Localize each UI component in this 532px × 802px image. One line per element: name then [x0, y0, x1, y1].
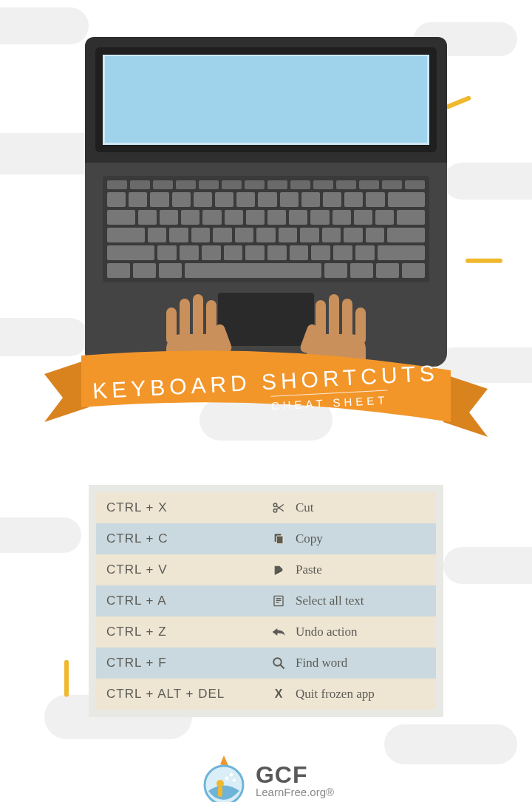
table-row: CTRL + V Paste [96, 554, 436, 585]
shortcut-label: Copy [296, 531, 323, 546]
table-row: CTRL + F Find word [96, 648, 436, 679]
select-all-icon [270, 593, 287, 609]
shortcut-keys: CTRL + C [96, 531, 270, 546]
scissors-icon [270, 500, 287, 516]
shortcut-label: Quit frozen app [296, 687, 375, 701]
svg-point-22 [273, 658, 282, 666]
svg-rect-17 [276, 536, 283, 544]
find-icon [270, 655, 287, 671]
svg-point-13 [273, 509, 277, 513]
table-row: CTRL + C Copy [96, 523, 436, 554]
svg-rect-26 [218, 786, 222, 797]
table-row: CTRL + A Select all text [96, 585, 436, 616]
table-row: CTRL + ALT + DEL X Quit frozen app [96, 679, 436, 710]
shortcut-keys: CTRL + V [96, 563, 270, 577]
shortcut-label: Undo action [296, 625, 358, 639]
shortcuts-table: CTRL + X Cut CTRL + C Copy CTRL + V Past… [89, 485, 443, 717]
footer-logo: GCF LearnFree.org® [0, 754, 532, 802]
logo-primary-text: GCF [256, 763, 334, 786]
shortcut-keys: CTRL + Z [96, 625, 270, 639]
quit-icon: X [270, 686, 287, 702]
table-row: CTRL + X Cut [96, 492, 436, 523]
undo-icon [270, 624, 287, 640]
svg-line-23 [280, 665, 284, 668]
table-row: CTRL + Z Undo action [96, 616, 436, 648]
gcf-logo-mark [198, 754, 250, 802]
ribbon-banner: KEYBOARD SHORTCUTS CHEAT SHEET [37, 337, 495, 441]
svg-point-12 [273, 503, 277, 507]
shortcut-label: Find word [296, 656, 347, 670]
logo-secondary-text: LearnFree.org® [256, 786, 334, 798]
shortcut-label: Paste [296, 563, 322, 577]
keyboard-illustration [103, 176, 429, 282]
svg-point-25 [216, 780, 224, 787]
shortcut-keys: CTRL + ALT + DEL [96, 687, 270, 701]
shortcut-keys: CTRL + X [96, 500, 270, 515]
shortcut-keys: CTRL + A [96, 594, 270, 608]
shortcut-label: Select all text [296, 594, 364, 608]
laptop-illustration [85, 37, 447, 367]
paste-icon [270, 562, 287, 578]
copy-icon [270, 531, 287, 547]
shortcut-keys: CTRL + F [96, 656, 270, 670]
shortcut-label: Cut [296, 500, 314, 515]
